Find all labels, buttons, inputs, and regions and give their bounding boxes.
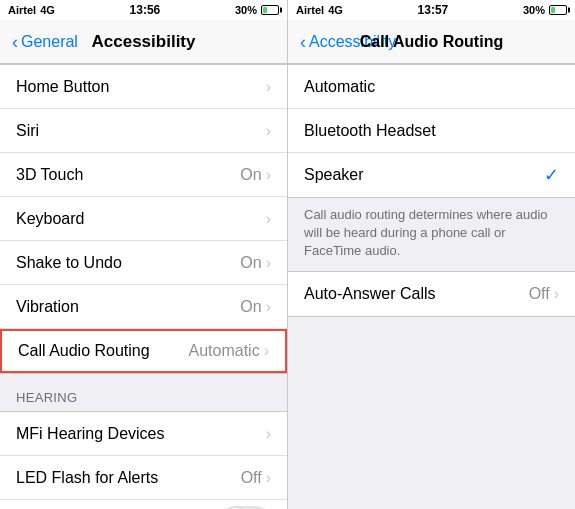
row-mfi-hearing-devices[interactable]: MFi Hearing Devices › bbox=[0, 412, 287, 456]
row-3d-touch-label: 3D Touch bbox=[16, 166, 240, 184]
right-network: 4G bbox=[328, 4, 343, 16]
right-panel: Airtel 4G 13:57 30% ‹ Accessibility Call… bbox=[288, 0, 575, 509]
row-vibration-chevron-icon: › bbox=[266, 298, 271, 316]
hearing-section: HEARING MFi Hearing Devices › LED Flash … bbox=[0, 374, 287, 509]
row-mono-audio[interactable]: Mono Audio bbox=[0, 500, 287, 509]
row-mfi-hearing-devices-chevron-icon: › bbox=[266, 425, 271, 443]
row-auto-answer[interactable]: Auto-Answer Calls Off › bbox=[288, 272, 575, 316]
left-main-group: Home Button › Siri › 3D Touch On › Keybo… bbox=[0, 64, 287, 374]
row-siri-chevron-icon: › bbox=[266, 122, 271, 140]
left-nav-bar: ‹ General Accessibility bbox=[0, 20, 287, 64]
row-shake-to-undo[interactable]: Shake to Undo On › bbox=[0, 241, 287, 285]
row-speaker-label: Speaker bbox=[304, 166, 544, 184]
row-bluetooth-headset-label: Bluetooth Headset bbox=[304, 122, 559, 140]
right-battery-pct: 30% bbox=[523, 4, 545, 16]
row-3d-touch-chevron-icon: › bbox=[266, 166, 271, 184]
right-carrier: Airtel bbox=[296, 4, 324, 16]
left-back-chevron-icon: ‹ bbox=[12, 33, 18, 51]
row-led-flash[interactable]: LED Flash for Alerts Off › bbox=[0, 456, 287, 500]
row-3d-touch-value: On bbox=[240, 166, 261, 184]
row-led-flash-value: Off bbox=[241, 469, 262, 487]
left-status-left: Airtel 4G bbox=[8, 4, 55, 16]
right-battery-icon bbox=[549, 5, 567, 15]
row-led-flash-chevron-icon: › bbox=[266, 469, 271, 487]
right-back-chevron-icon: ‹ bbox=[300, 33, 306, 51]
row-automatic[interactable]: Automatic bbox=[288, 65, 575, 109]
row-vibration-label: Vibration bbox=[16, 298, 240, 316]
right-status-left: Airtel 4G bbox=[296, 4, 343, 16]
left-battery-pct: 30% bbox=[235, 4, 257, 16]
left-battery-icon bbox=[261, 5, 279, 15]
left-settings-list: Home Button › Siri › 3D Touch On › Keybo… bbox=[0, 64, 287, 509]
left-panel: Airtel 4G 13:56 30% ‹ General Accessibil… bbox=[0, 0, 287, 509]
row-3d-touch[interactable]: 3D Touch On › bbox=[0, 153, 287, 197]
row-vibration[interactable]: Vibration On › bbox=[0, 285, 287, 329]
row-keyboard-label: Keyboard bbox=[16, 210, 266, 228]
routing-options-group: Automatic Bluetooth Headset Speaker ✓ bbox=[288, 64, 575, 198]
left-nav-title: Accessibility bbox=[92, 32, 196, 52]
left-back-button[interactable]: ‹ General bbox=[12, 33, 78, 51]
right-nav-bar: ‹ Accessibility Call Audio Routing bbox=[288, 20, 575, 64]
hearing-group: MFi Hearing Devices › LED Flash for Aler… bbox=[0, 411, 287, 509]
row-keyboard[interactable]: Keyboard › bbox=[0, 197, 287, 241]
left-status-bar: Airtel 4G 13:56 30% bbox=[0, 0, 287, 20]
right-time: 13:57 bbox=[418, 3, 449, 17]
left-status-right: 30% bbox=[235, 4, 279, 16]
row-home-button-label: Home Button bbox=[16, 78, 266, 96]
row-auto-answer-value: Off bbox=[529, 285, 550, 303]
left-back-label: General bbox=[21, 33, 78, 51]
row-speaker[interactable]: Speaker ✓ bbox=[288, 153, 575, 197]
row-home-button[interactable]: Home Button › bbox=[0, 65, 287, 109]
row-siri[interactable]: Siri › bbox=[0, 109, 287, 153]
auto-answer-group: Auto-Answer Calls Off › bbox=[288, 272, 575, 317]
row-led-flash-label: LED Flash for Alerts bbox=[16, 469, 241, 487]
row-bluetooth-headset[interactable]: Bluetooth Headset bbox=[288, 109, 575, 153]
right-status-bar: Airtel 4G 13:57 30% bbox=[288, 0, 575, 20]
left-carrier: Airtel bbox=[8, 4, 36, 16]
hearing-section-header: HEARING bbox=[0, 374, 287, 411]
row-call-audio-routing-value: Automatic bbox=[189, 342, 260, 360]
row-siri-label: Siri bbox=[16, 122, 266, 140]
row-home-button-chevron-icon: › bbox=[266, 78, 271, 96]
routing-description: Call audio routing determines where audi… bbox=[288, 198, 575, 272]
left-time: 13:56 bbox=[130, 3, 161, 17]
row-mfi-hearing-devices-label: MFi Hearing Devices bbox=[16, 425, 266, 443]
row-vibration-value: On bbox=[240, 298, 261, 316]
speaker-checkmark-icon: ✓ bbox=[544, 164, 559, 186]
row-automatic-label: Automatic bbox=[304, 78, 559, 96]
row-call-audio-routing-chevron-icon: › bbox=[264, 342, 269, 360]
row-call-audio-routing-label: Call Audio Routing bbox=[18, 342, 189, 360]
row-auto-answer-label: Auto-Answer Calls bbox=[304, 285, 529, 303]
right-nav-title: Call Audio Routing bbox=[360, 33, 503, 51]
row-shake-to-undo-value: On bbox=[240, 254, 261, 272]
row-auto-answer-chevron-icon: › bbox=[554, 285, 559, 303]
left-network: 4G bbox=[40, 4, 55, 16]
row-shake-to-undo-chevron-icon: › bbox=[266, 254, 271, 272]
right-status-right: 30% bbox=[523, 4, 567, 16]
row-keyboard-chevron-icon: › bbox=[266, 210, 271, 228]
row-call-audio-routing[interactable]: Call Audio Routing Automatic › bbox=[0, 329, 287, 373]
row-shake-to-undo-label: Shake to Undo bbox=[16, 254, 240, 272]
right-settings-list: Automatic Bluetooth Headset Speaker ✓ Ca… bbox=[288, 64, 575, 509]
